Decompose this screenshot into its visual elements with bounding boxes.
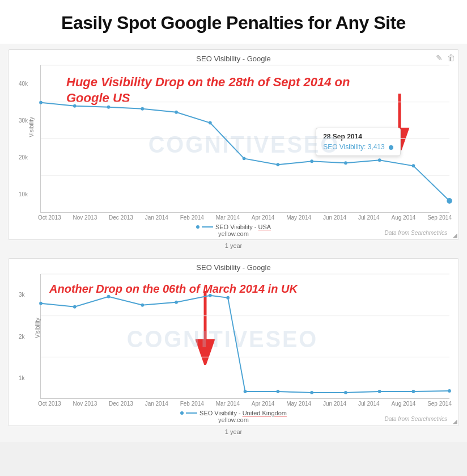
chart2-y-axis: 1k 2k 3k [19,274,25,399]
chart2-wrapper: Another Drop on the 06th of March 2014 i… [15,274,452,423]
chart1-plot-area: 10k 20k 30k 40k Visibility COGNITIVESEO [40,65,449,213]
legend-line-2 [186,412,197,414]
svg-point-34 [277,390,280,393]
chart1-svg: COGNITIVESEO [40,65,449,213]
chart2-plot-area: 1k 2k 3k Visibility COGNITIVESEO [40,274,449,399]
svg-point-18 [412,164,415,167]
svg-point-7 [39,101,43,104]
svg-text:COGNITIVESEO: COGNITIVESEO [127,326,318,353]
svg-point-11 [175,111,178,114]
svg-point-35 [310,391,313,394]
svg-text:COGNITIVESEO: COGNITIVESEO [148,132,339,158]
svg-point-17 [378,158,381,162]
chart1-data-source: Data from Searchmetrics [384,230,447,236]
svg-point-33 [244,390,247,393]
chart1-x-axis: Oct 2013 Nov 2013 Dec 2013 Jan 2014 Feb … [38,213,452,222]
svg-point-37 [378,390,381,393]
chart2-resize-handle[interactable]: ◢ [453,418,457,424]
chart2-data-source: Data from Searchmetrics [384,416,447,422]
chart1-section: SEO Visibility - Google ✎ 🗑 Huge Visibil… [0,44,467,256]
legend-dot-2 [180,411,184,415]
svg-point-12 [209,121,212,125]
chart2-title: SEO Visibility - Google [13,263,454,272]
legend-line [202,226,213,228]
chart1-wrapper: Huge Visibility Drop on the 28th of Sept… [15,65,452,237]
chart2-container: SEO Visibility - Google Another Drop on … [8,258,459,426]
chart1-container: SEO Visibility - Google ✎ 🗑 Huge Visibil… [8,49,459,240]
svg-point-9 [107,106,111,109]
trash-icon[interactable]: 🗑 [447,53,455,62]
svg-point-30 [175,301,178,304]
chart1-period: 1 year [8,240,459,252]
chart1-legend-label: SEO Visibility - USA [215,224,271,230]
svg-point-32 [226,296,230,300]
svg-point-13 [243,157,246,160]
svg-point-27 [73,305,77,309]
edit-icon[interactable]: ✎ [436,53,443,62]
svg-point-15 [310,159,313,163]
svg-point-31 [209,294,212,297]
legend-dot [196,225,199,229]
svg-point-29 [141,304,144,307]
chart2-x-axis: Oct 2013 Nov 2013 Dec 2013 Jan 2014 Feb … [38,399,452,408]
chart1-resize-handle[interactable]: ◢ [453,232,457,238]
svg-point-14 [277,163,280,166]
chart1-title: SEO Visibility - Google [13,54,454,63]
chart2-period: 1 year [8,426,459,439]
svg-point-26 [39,302,43,305]
svg-point-8 [73,104,77,108]
chart2-section: SEO Visibility - Google Another Drop on … [0,256,467,442]
svg-point-39 [448,389,451,393]
chart2-y-label: Visibility [35,318,41,338]
chart2-svg: COGNITIVESEO [40,274,449,399]
chart1-y-axis: 10k 20k 30k 40k [19,65,28,213]
svg-point-28 [107,295,111,298]
page-title: Easily Spot Google Penalties for Any Sit… [0,0,467,44]
svg-point-38 [412,390,415,393]
svg-point-19 [447,198,452,204]
chart1-y-label: Visibility [28,117,35,137]
svg-point-10 [141,107,144,111]
svg-point-36 [344,391,347,394]
chart1-edit-icons[interactable]: ✎ 🗑 [436,53,455,62]
svg-point-16 [344,161,347,165]
chart2-legend-label: SEO Visibility - United Kingdom [199,410,287,416]
